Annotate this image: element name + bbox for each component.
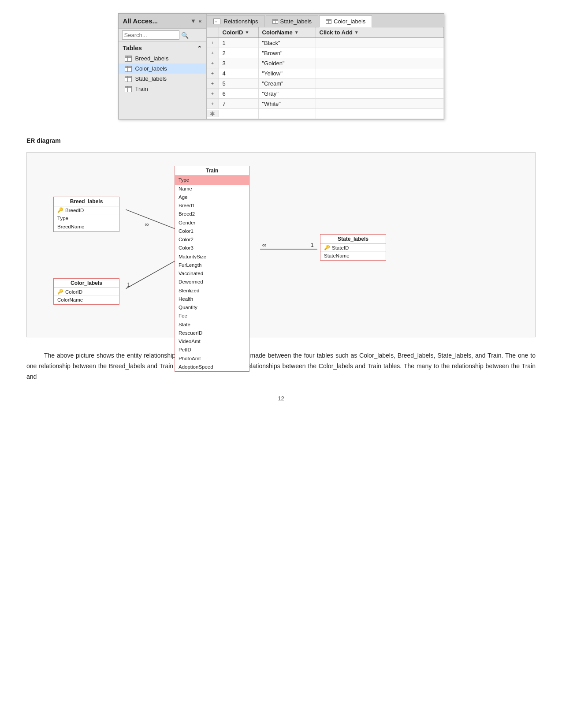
cell-colorname[interactable]: "White" [259,99,316,108]
cell-empty [316,89,444,98]
sidebar-item-label: Color_labels [135,65,167,72]
col-clicktoadd-dropdown[interactable]: ▼ [354,30,359,35]
cell-colorname[interactable]: "Black" [259,38,316,48]
cell-colorid[interactable]: 3 [219,58,259,68]
collapse-tables-icon[interactable]: ⌃ [197,45,202,52]
breed-box-title: Breed_labels [54,197,119,206]
color-pk-row: 🔑 ColorID [54,288,119,296]
relationships-icon [213,19,220,24]
cell-colorname[interactable]: "Brown" [259,48,316,58]
row-handle: + [207,99,219,108]
cell-colorname[interactable]: "Gray" [259,89,316,98]
er-box-state-labels: State_labels 🔑 StateID StateName [320,234,386,261]
cell-empty [316,48,444,58]
breed-pk-row: 🔑 BreedID [54,206,119,214]
color-field: ColorName [54,296,119,304]
cell-empty [316,78,444,88]
cell-empty [316,99,444,108]
tab-color-labels-label: Color_labels [334,18,365,25]
er-diagram-container: ∞ 1 ∞ 1 Train Type Name Age Breed1 Breed… [26,152,536,337]
svg-text:1: 1 [127,282,130,288]
search-icon[interactable]: 🔍 [181,32,189,39]
train-field: Color3 [175,244,249,252]
col-header-colorid[interactable]: ColorID ▼ [219,27,259,37]
new-row[interactable]: ✱ [207,109,444,119]
table-row: + 6 "Gray" [207,89,444,99]
header-icons: ▼ « [190,18,202,24]
table-grid-icon [125,66,132,72]
sidebar-item-color-labels[interactable]: Color_labels [119,63,206,74]
color-pk-label: ColorID [65,289,82,295]
search-input[interactable] [122,30,179,40]
cell-colorid[interactable]: 6 [219,89,259,98]
col-header-colorname[interactable]: ColorName ▼ [259,27,316,37]
train-box-title: Train [175,166,249,175]
body-paragraph: The above picture shows the entity relat… [26,351,536,382]
tab-relationships-label: Relationships [224,18,258,25]
tab-color-labels[interactable]: Color_labels [319,15,372,27]
svg-text:∞: ∞ [262,242,266,248]
sidebar-item-label: Train [135,86,148,92]
train-field: Health [175,295,249,303]
tabs-row: Relationships State_labels Color_labels [207,14,444,27]
search-row: 🔍 [119,29,206,42]
svg-text:∞: ∞ [145,221,149,228]
sidebar-item-breed-labels[interactable]: Breed_labels [119,53,206,63]
cell-colorid[interactable]: 5 [219,78,259,88]
cell-empty [316,58,444,68]
cell-new-colorid[interactable] [219,109,259,119]
er-box-train: Train Type Name Age Breed1 Breed2 Gender… [175,166,249,372]
tab-relationships[interactable]: Relationships [207,15,265,27]
tab-state-labels-label: State_labels [280,18,312,25]
cell-colorname[interactable]: "Cream" [259,78,316,88]
col-colorname-dropdown[interactable]: ▼ [294,30,299,35]
train-field-type: Type [175,175,249,185]
svg-text:1: 1 [311,242,314,248]
table-row: + 1 "Black" [207,38,444,48]
er-diagram-title: ER diagram [26,137,536,144]
collapse-icon[interactable]: « [199,18,202,24]
col-colorname-label: ColorName [262,29,293,36]
cell-colorid[interactable]: 1 [219,38,259,48]
svg-line-2 [126,260,177,289]
data-area: ColorID ▼ ColorName ▼ Click to Add ▼ + [207,27,444,119]
cell-colorname[interactable]: "Yellow" [259,68,316,78]
col-colorid-dropdown[interactable]: ▼ [245,30,249,35]
row-handle: + [207,58,219,68]
row-handle: + [207,68,219,78]
cell-colorid[interactable]: 7 [219,99,259,108]
left-panel: All Acces... ▼ « 🔍 Tables ⌃ Breed_labels [119,14,207,119]
cell-colorname[interactable]: "Golden" [259,58,316,68]
col-header-clicktoadd[interactable]: Click to Add ▼ [316,27,444,37]
table-grid-icon [125,76,132,82]
cell-empty [316,68,444,78]
body-text: The above picture shows the entity relat… [26,351,536,382]
pk-icon: 🔑 [57,289,63,295]
table-grid-icon [125,86,132,92]
cell-colorid[interactable]: 4 [219,68,259,78]
cell-new-empty [316,109,444,119]
tab-state-labels[interactable]: State_labels [266,15,319,27]
color-box-title: Color_labels [54,279,119,288]
sidebar-item-label: State_labels [135,75,167,82]
train-field: Color2 [175,235,249,244]
table-row: + 4 "Yellow" [207,68,444,78]
er-section: ER diagram ∞ 1 ∞ 1 Train Type Name Ag [26,137,536,337]
row-handle: + [207,38,219,48]
train-field: VideoAmt [175,337,249,346]
train-field: MaturitySize [175,253,249,261]
cell-colorid[interactable]: 2 [219,48,259,58]
sidebar-item-state-labels[interactable]: State_labels [119,74,206,84]
train-field: State [175,321,249,329]
train-field: Name [175,185,249,193]
train-field: AdoptionSpeed [175,363,249,371]
train-field: Age [175,193,249,202]
breed-pk-label: BreedID [65,208,84,213]
sidebar-item-train[interactable]: Train [119,84,206,94]
grid-header: ColorID ▼ ColorName ▼ Click to Add ▼ [207,27,444,38]
tables-label: Tables [123,45,142,52]
nav-icon: ▼ [190,18,196,24]
er-box-breed-labels: Breed_labels 🔑 BreedID Type BreedName [53,197,119,232]
cell-new-colorname[interactable] [259,109,316,119]
tables-section-header: Tables ⌃ [119,42,206,53]
